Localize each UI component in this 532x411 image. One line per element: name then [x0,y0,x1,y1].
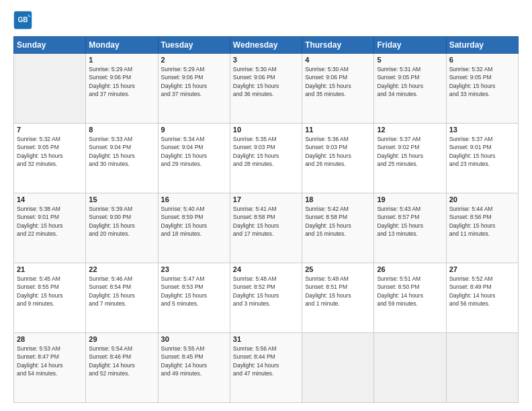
day-cell: 7Sunrise: 5:32 AM Sunset: 9:05 PM Daylig… [14,124,86,193]
day-cell: 22Sunrise: 5:46 AM Sunset: 8:54 PM Dayli… [86,263,158,333]
day-cell: 5Sunrise: 5:31 AM Sunset: 9:05 PM Daylig… [374,54,446,124]
day-number: 3 [233,56,299,64]
day-cell: 20Sunrise: 5:44 AM Sunset: 8:56 PM Dayli… [446,193,518,263]
day-info: Sunrise: 5:51 AM Sunset: 8:50 PM Dayligh… [377,275,443,308]
col-header-monday: Monday [86,37,158,54]
day-info: Sunrise: 5:32 AM Sunset: 9:05 PM Dayligh… [17,135,83,168]
day-number: 26 [377,265,443,273]
day-info: Sunrise: 5:43 AM Sunset: 8:57 PM Dayligh… [377,205,443,238]
day-cell: 8Sunrise: 5:33 AM Sunset: 9:04 PM Daylig… [86,124,158,193]
day-cell: 14Sunrise: 5:38 AM Sunset: 9:01 PM Dayli… [14,193,86,263]
day-info: Sunrise: 5:53 AM Sunset: 8:47 PM Dayligh… [17,345,83,377]
day-number: 10 [233,126,299,134]
calendar-table: SundayMondayTuesdayWednesdayThursdayFrid… [13,36,519,403]
day-number: 23 [161,265,227,273]
day-cell: 19Sunrise: 5:43 AM Sunset: 8:57 PM Dayli… [374,193,446,263]
col-header-wednesday: Wednesday [230,37,302,54]
day-cell: 6Sunrise: 5:32 AM Sunset: 9:05 PM Daylig… [446,54,518,124]
day-number: 21 [17,265,83,273]
day-number: 24 [233,265,299,273]
day-info: Sunrise: 5:30 AM Sunset: 9:06 PM Dayligh… [305,65,371,98]
week-row-1: 1Sunrise: 5:29 AM Sunset: 9:06 PM Daylig… [14,54,519,124]
day-info: Sunrise: 5:41 AM Sunset: 8:58 PM Dayligh… [233,205,299,238]
day-number: 14 [17,195,83,203]
day-info: Sunrise: 5:32 AM Sunset: 9:05 PM Dayligh… [449,65,515,98]
day-cell: 21Sunrise: 5:45 AM Sunset: 8:55 PM Dayli… [14,263,86,333]
day-cell: 25Sunrise: 5:49 AM Sunset: 8:51 PM Dayli… [302,263,374,333]
day-cell: 2Sunrise: 5:29 AM Sunset: 9:06 PM Daylig… [158,54,230,124]
day-number: 15 [89,195,154,203]
day-info: Sunrise: 5:30 AM Sunset: 9:06 PM Dayligh… [233,65,299,98]
col-header-tuesday: Tuesday [158,37,230,54]
week-row-3: 14Sunrise: 5:38 AM Sunset: 9:01 PM Dayli… [14,193,519,263]
day-info: Sunrise: 5:29 AM Sunset: 9:06 PM Dayligh… [161,65,227,98]
logo-icon: GB [13,11,32,30]
day-info: Sunrise: 5:54 AM Sunset: 8:46 PM Dayligh… [89,345,154,377]
day-cell: 3Sunrise: 5:30 AM Sunset: 9:06 PM Daylig… [230,54,302,124]
day-cell: 4Sunrise: 5:30 AM Sunset: 9:06 PM Daylig… [302,54,374,124]
day-cell: 23Sunrise: 5:47 AM Sunset: 8:53 PM Dayli… [158,263,230,333]
day-info: Sunrise: 5:44 AM Sunset: 8:56 PM Dayligh… [449,205,515,238]
day-cell: 15Sunrise: 5:39 AM Sunset: 9:00 PM Dayli… [86,193,158,263]
day-cell: 17Sunrise: 5:41 AM Sunset: 8:58 PM Dayli… [230,193,302,263]
day-info: Sunrise: 5:42 AM Sunset: 8:58 PM Dayligh… [305,205,371,238]
day-cell [302,333,374,403]
day-info: Sunrise: 5:29 AM Sunset: 9:06 PM Dayligh… [89,65,154,98]
day-number: 6 [449,56,515,64]
day-number: 8 [89,126,154,134]
day-cell: 24Sunrise: 5:48 AM Sunset: 8:52 PM Dayli… [230,263,302,333]
day-cell: 11Sunrise: 5:36 AM Sunset: 9:03 PM Dayli… [302,124,374,193]
day-cell: 13Sunrise: 5:37 AM Sunset: 9:01 PM Dayli… [446,124,518,193]
day-cell: 18Sunrise: 5:42 AM Sunset: 8:58 PM Dayli… [302,193,374,263]
day-number: 25 [305,265,371,273]
day-info: Sunrise: 5:47 AM Sunset: 8:53 PM Dayligh… [161,275,227,308]
header: GB [13,11,519,30]
day-info: Sunrise: 5:49 AM Sunset: 8:51 PM Dayligh… [305,275,371,308]
day-info: Sunrise: 5:38 AM Sunset: 9:01 PM Dayligh… [17,205,83,238]
day-number: 19 [377,195,443,203]
day-cell: 30Sunrise: 5:55 AM Sunset: 8:45 PM Dayli… [158,333,230,403]
week-row-4: 21Sunrise: 5:45 AM Sunset: 8:55 PM Dayli… [14,263,519,333]
day-number: 5 [377,56,443,64]
day-number: 9 [161,126,227,134]
day-cell: 31Sunrise: 5:56 AM Sunset: 8:44 PM Dayli… [230,333,302,403]
day-number: 11 [305,126,371,134]
day-number: 28 [17,335,83,343]
day-number: 27 [449,265,515,273]
day-number: 1 [89,56,154,64]
day-info: Sunrise: 5:52 AM Sunset: 8:49 PM Dayligh… [449,275,515,308]
day-cell: 28Sunrise: 5:53 AM Sunset: 8:47 PM Dayli… [14,333,86,403]
day-cell: 29Sunrise: 5:54 AM Sunset: 8:46 PM Dayli… [86,333,158,403]
day-info: Sunrise: 5:45 AM Sunset: 8:55 PM Dayligh… [17,275,83,308]
day-cell: 10Sunrise: 5:35 AM Sunset: 9:03 PM Dayli… [230,124,302,193]
calendar-header-row: SundayMondayTuesdayWednesdayThursdayFrid… [14,37,519,54]
day-number: 22 [89,265,154,273]
day-info: Sunrise: 5:40 AM Sunset: 8:59 PM Dayligh… [161,205,227,238]
col-header-thursday: Thursday [302,37,374,54]
day-number: 18 [305,195,371,203]
day-info: Sunrise: 5:31 AM Sunset: 9:05 PM Dayligh… [377,65,443,98]
day-info: Sunrise: 5:35 AM Sunset: 9:03 PM Dayligh… [233,135,299,168]
day-info: Sunrise: 5:37 AM Sunset: 9:01 PM Dayligh… [449,135,515,168]
col-header-friday: Friday [374,37,446,54]
day-cell: 27Sunrise: 5:52 AM Sunset: 8:49 PM Dayli… [446,263,518,333]
week-row-2: 7Sunrise: 5:32 AM Sunset: 9:05 PM Daylig… [14,124,519,193]
svg-text:GB: GB [17,16,28,24]
day-cell: 16Sunrise: 5:40 AM Sunset: 8:59 PM Dayli… [158,193,230,263]
day-number: 2 [161,56,227,64]
day-number: 4 [305,56,371,64]
day-info: Sunrise: 5:37 AM Sunset: 9:02 PM Dayligh… [377,135,443,168]
day-info: Sunrise: 5:56 AM Sunset: 8:44 PM Dayligh… [233,345,299,377]
day-cell: 9Sunrise: 5:34 AM Sunset: 9:04 PM Daylig… [158,124,230,193]
day-info: Sunrise: 5:34 AM Sunset: 9:04 PM Dayligh… [161,135,227,168]
day-number: 16 [161,195,227,203]
day-number: 20 [449,195,515,203]
calendar-page: GB SundayMondayTuesdayWednesdayThursdayF… [0,0,532,411]
day-number: 30 [161,335,227,343]
week-row-5: 28Sunrise: 5:53 AM Sunset: 8:47 PM Dayli… [14,333,519,403]
day-cell: 12Sunrise: 5:37 AM Sunset: 9:02 PM Dayli… [374,124,446,193]
day-info: Sunrise: 5:33 AM Sunset: 9:04 PM Dayligh… [89,135,154,168]
day-number: 31 [233,335,299,343]
day-info: Sunrise: 5:48 AM Sunset: 8:52 PM Dayligh… [233,275,299,308]
day-info: Sunrise: 5:55 AM Sunset: 8:45 PM Dayligh… [161,345,227,377]
